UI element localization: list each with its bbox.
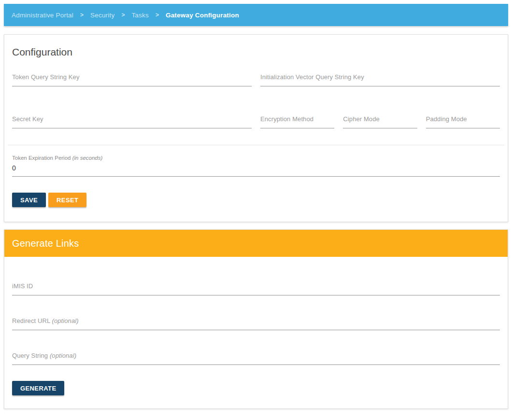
input-underline: [12, 295, 500, 295]
breadcrumb-item-security[interactable]: Security: [90, 12, 114, 19]
config-row-1: Token Query String Key Initialization Ve…: [4, 73, 508, 86]
token-expiration-period-value: 0: [12, 164, 500, 172]
encryption-method-label: Encryption Method: [260, 115, 334, 123]
config-button-row: SAVE RESET: [4, 193, 508, 207]
token-query-string-key-label: Token Query String Key: [12, 73, 252, 81]
config-row-2: Secret Key Encryption Method Cipher Mode…: [4, 115, 508, 128]
redirect-url-label: Redirect URL (optional): [12, 317, 500, 324]
input-underline: [12, 128, 252, 128]
input-underline: [343, 128, 417, 128]
initialization-vector-query-string-key-input[interactable]: Initialization Vector Query String Key: [260, 73, 500, 86]
section-divider: [8, 145, 504, 145]
redirect-url-hint: (optional): [52, 317, 78, 324]
cipher-mode-label: Cipher Mode: [343, 115, 417, 123]
generate-links-card: Generate Links iMIS ID Redirect URL (opt…: [4, 229, 508, 409]
token-expiration-period-input[interactable]: Token Expiration Period (in seconds) 0: [4, 155, 508, 177]
imis-id-label: iMIS ID: [12, 282, 500, 290]
configuration-card: Configuration Token Query String Key Ini…: [4, 34, 508, 222]
breadcrumb-separator-icon: >: [121, 12, 125, 18]
input-underline: [426, 128, 500, 128]
breadcrumb: Administrative Portal > Security > Tasks…: [4, 4, 508, 26]
encryption-method-input[interactable]: Encryption Method: [260, 115, 334, 128]
input-underline: [260, 128, 334, 128]
token-query-string-key-input[interactable]: Token Query String Key: [12, 73, 252, 86]
breadcrumb-separator-icon: >: [80, 12, 84, 18]
padding-mode-input[interactable]: Padding Mode: [426, 115, 500, 128]
breadcrumb-item-administrative-portal[interactable]: Administrative Portal: [12, 12, 73, 19]
generate-button[interactable]: GENERATE: [12, 381, 64, 395]
padding-mode-label: Padding Mode: [426, 115, 500, 123]
generate-links-header: Generate Links: [4, 230, 508, 257]
token-expiration-period-label: Token Expiration Period (in seconds): [12, 155, 500, 161]
input-underline: [12, 364, 500, 365]
breadcrumb-item-gateway-configuration: Gateway Configuration: [166, 12, 239, 19]
token-expiration-period-hint: (in seconds): [72, 155, 103, 161]
secret-key-input[interactable]: Secret Key: [12, 115, 252, 128]
query-string-label: Query String (optional): [12, 352, 500, 359]
input-underline: [12, 86, 252, 86]
breadcrumb-separator-icon: >: [156, 12, 159, 18]
secret-key-label: Secret Key: [12, 115, 252, 123]
query-string-input[interactable]: Query String (optional): [4, 352, 508, 365]
breadcrumb-item-tasks[interactable]: Tasks: [131, 12, 149, 19]
input-underline: [260, 86, 500, 86]
redirect-url-input[interactable]: Redirect URL (optional): [4, 317, 508, 330]
imis-id-input[interactable]: iMIS ID: [4, 282, 508, 295]
configuration-title: Configuration: [4, 35, 508, 58]
cipher-mode-input[interactable]: Cipher Mode: [343, 115, 417, 128]
save-button[interactable]: SAVE: [12, 193, 46, 207]
generate-button-row: GENERATE: [4, 381, 508, 395]
input-underline: [12, 330, 500, 330]
input-underline: [12, 176, 500, 177]
generate-links-title: Generate Links: [12, 238, 79, 249]
initialization-vector-query-string-key-label: Initialization Vector Query String Key: [260, 73, 500, 81]
reset-button[interactable]: RESET: [48, 193, 86, 207]
query-string-hint: (optional): [50, 352, 76, 359]
